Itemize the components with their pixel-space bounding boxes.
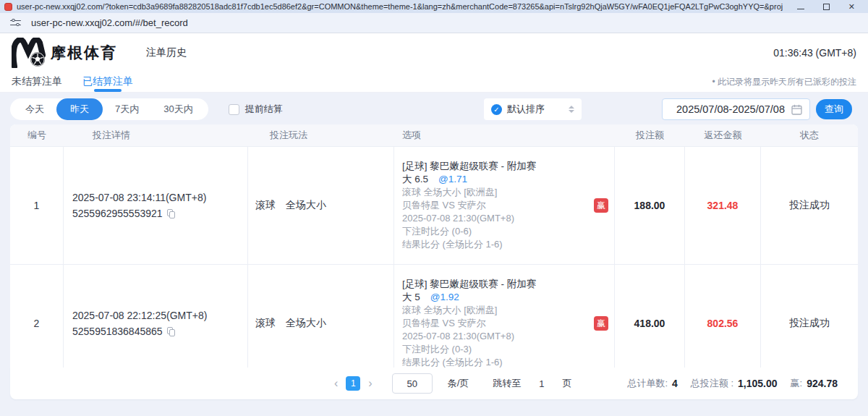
- cell-bet-detail: 2025-07-08 23:14:11(GMT+8) 5255962955553…: [64, 147, 248, 264]
- cell-play-type: 滚球全场大小: [248, 265, 394, 368]
- col-header-play: 投注玩法: [248, 129, 394, 142]
- table-footer-bar: ‹ 1 › 条/页 跳转至 1 页 总计单数: 4 总投注额 : 1,105.0…: [10, 368, 858, 399]
- date-range-group: 今天 昨天 7天内 30天内: [10, 98, 208, 120]
- app-header: 摩根体育 注单历史 01:36:43 (GMT+8): [0, 33, 868, 72]
- next-page-button[interactable]: ›: [368, 376, 372, 391]
- bet-time: 2025-07-08 22:12:25(GMT+8): [72, 307, 247, 323]
- per-page-label: 条/页: [448, 377, 469, 390]
- page-word-label: 页: [563, 377, 572, 390]
- match-teams: 贝鲁特星 VS 安萨尔: [402, 317, 614, 330]
- pick: 大 6.5: [402, 174, 428, 184]
- bet-id: 5255962955553921: [72, 205, 163, 221]
- pagination: ‹ 1 › 条/页 跳转至 1 页: [334, 373, 572, 394]
- window-title: user-pc-new.xxqj02.com/?token=cdb3a9689f…: [17, 2, 783, 11]
- copy-icon[interactable]: [167, 327, 175, 336]
- site-favicon-icon: [4, 3, 12, 11]
- win-badge: 赢: [594, 198, 608, 213]
- range-7days-button[interactable]: 7天内: [103, 98, 151, 120]
- total-win-value: 924.78: [807, 378, 838, 389]
- page-title: 注单历史: [146, 46, 187, 59]
- close-button[interactable]: ✕: [848, 0, 855, 13]
- cell-row-no: 2: [10, 265, 64, 368]
- sort-selected-value: 默认排序: [507, 103, 569, 116]
- prev-page-button[interactable]: ‹: [334, 376, 338, 391]
- browser-urlbar: user-pc-new.xxqj02.com/#/bet_record: [0, 13, 868, 33]
- tab-settled[interactable]: 已结算注单: [82, 72, 133, 93]
- jump-to-label: 跳转至: [493, 377, 521, 390]
- score-at-bet: 下注时比分 (0-6): [402, 225, 614, 238]
- total-count-label: 总计单数:: [627, 377, 668, 390]
- win-badge: 赢: [594, 316, 608, 331]
- date-range-value: 2025/07/08-2025/07/08: [670, 103, 791, 115]
- early-settle-checkbox-wrap[interactable]: 提前结算: [229, 103, 283, 116]
- tab-unsettled[interactable]: 未结算注单: [12, 72, 62, 93]
- page-body: 今天 昨天 7天内 30天内 提前结算 ✓ 默认排序 2025/07/08-20…: [0, 93, 868, 416]
- summary-totals: 总计单数: 4 总投注额 : 1,105.00 赢: 924.78: [627, 377, 846, 390]
- maximize-button[interactable]: [823, 4, 830, 10]
- total-stake-value: 1,105.00: [738, 378, 778, 389]
- match-time: 2025-07-08 21:30(GMT+8): [402, 330, 614, 343]
- table-row: 2 2025-07-08 22:12:25(GMT+8) 52559518368…: [10, 264, 858, 368]
- address-url[interactable]: user-pc-new.xxqj02.com/#/bet_record: [31, 17, 188, 28]
- sort-select[interactable]: ✓ 默认排序: [484, 98, 582, 120]
- col-header-option: 选项: [394, 129, 615, 142]
- odds: @1.71: [438, 174, 467, 184]
- total-count-value: 4: [672, 378, 678, 389]
- tabs-bar: 未结算注单 已结算注单 • 此记录将显示昨天所有已派彩的投注: [0, 72, 868, 93]
- check-circle-icon: ✓: [491, 104, 502, 115]
- early-settle-checkbox[interactable]: [229, 104, 239, 115]
- range-yesterday-button[interactable]: 昨天: [56, 98, 103, 120]
- market-info: 滚球 全场大小 [欧洲盘]: [402, 186, 614, 199]
- col-header-stake: 投注额: [615, 129, 685, 142]
- minimize-icon: [797, 9, 804, 9]
- cell-payout: 802.56: [685, 265, 761, 368]
- server-clock: 01:36:43 (GMT+8): [773, 47, 856, 59]
- filter-row: 今天 昨天 7天内 30天内 提前结算 ✓ 默认排序 2025/07/08-20…: [10, 98, 858, 120]
- jump-page-value[interactable]: 1: [539, 378, 544, 389]
- total-win-label: 赢:: [791, 377, 803, 390]
- brand-logo-icon: [12, 38, 46, 68]
- cell-bet-detail: 2025-07-08 22:12:25(GMT+8) 5255951836845…: [64, 265, 248, 368]
- cell-payout: 321.48: [685, 147, 761, 264]
- date-range-input[interactable]: 2025/07/08-2025/07/08: [662, 98, 810, 120]
- league-name: [足球] 黎巴嫩超级联赛 - 附加赛: [402, 278, 614, 291]
- page-size-input[interactable]: [392, 373, 433, 394]
- brand-name: 摩根体育: [51, 43, 117, 63]
- bet-id: 5255951836845865: [72, 323, 163, 339]
- total-stake-label: 总投注额 :: [691, 377, 733, 390]
- bet-record-table: 编号 投注详情 投注玩法 选项 投注额 返还金额 状态 1 2025-07-08…: [10, 124, 858, 368]
- league-name: [足球] 黎巴嫩超级联赛 - 附加赛: [402, 160, 614, 173]
- early-settle-label: 提前结算: [245, 103, 283, 116]
- query-button[interactable]: 查询: [816, 99, 852, 119]
- col-header-no: 编号: [10, 129, 64, 142]
- col-header-detail: 投注详情: [64, 129, 248, 142]
- cell-status: 投注成功: [761, 147, 858, 264]
- match-time: 2025-07-08 21:30(GMT+8): [402, 212, 614, 225]
- page-number-button[interactable]: 1: [346, 376, 360, 391]
- result-score: 结果比分 (全场比分 1-6): [402, 238, 614, 251]
- market-info: 滚球 全场大小 [欧洲盘]: [402, 304, 614, 317]
- odds: @1.92: [430, 292, 459, 302]
- minimize-button[interactable]: [797, 4, 804, 9]
- record-note: • 此记录将显示昨天所有已派彩的投注: [712, 76, 856, 88]
- result-score: 结果比分 (全场比分 1-6): [402, 356, 614, 368]
- copy-icon[interactable]: [167, 209, 175, 218]
- maximize-icon: [823, 4, 830, 10]
- cell-row-no: 1: [10, 147, 64, 264]
- site-settings-icon[interactable]: [10, 19, 21, 27]
- active-tab-underline: [94, 89, 122, 92]
- table-row: 1 2025-07-08 23:14:11(GMT+8) 52559629555…: [10, 146, 858, 264]
- bet-time: 2025-07-08 23:14:11(GMT+8): [72, 190, 247, 205]
- sort-caret-icon: [569, 106, 574, 113]
- range-30days-button[interactable]: 30天内: [151, 98, 205, 120]
- pick: 大 5: [402, 292, 420, 302]
- calendar-icon: [791, 104, 802, 115]
- cell-stake: 188.00: [615, 147, 685, 264]
- cell-play-type: 滚球全场大小: [248, 147, 394, 264]
- cell-stake: 418.00: [615, 265, 685, 368]
- match-teams: 贝鲁特星 VS 安萨尔: [402, 199, 614, 212]
- table-header-row: 编号 投注详情 投注玩法 选项 投注额 返还金额 状态: [10, 124, 858, 146]
- range-today-button[interactable]: 今天: [13, 98, 56, 120]
- cell-option: [足球] 黎巴嫩超级联赛 - 附加赛 大 5@1.92 滚球 全场大小 [欧洲盘…: [394, 265, 615, 368]
- cell-option: [足球] 黎巴嫩超级联赛 - 附加赛 大 6.5@1.71 滚球 全场大小 [欧…: [394, 147, 615, 264]
